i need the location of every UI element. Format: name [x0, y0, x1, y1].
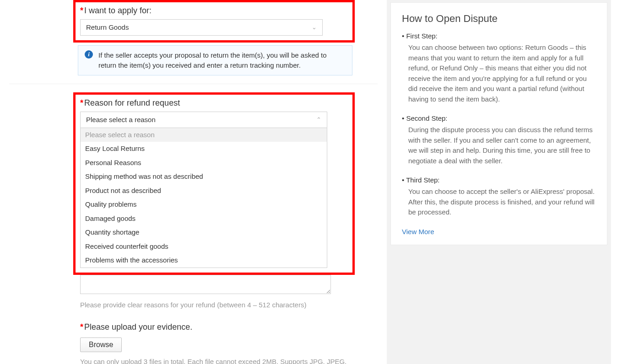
reason-option[interactable]: Easy Local Returns: [81, 142, 327, 156]
step-2-label: Second Step:: [402, 114, 596, 122]
reason-option[interactable]: Damaged goods: [81, 212, 327, 226]
step-3-label: Third Step:: [402, 176, 596, 184]
side-column: How to Open Dispute First Step: You can …: [387, 0, 611, 364]
reason-option[interactable]: Quality problems: [81, 198, 327, 212]
reason-textarea[interactable]: [80, 275, 331, 294]
return-goods-info-note: i If the seller accepts your proposal to…: [78, 45, 352, 75]
evidence-label: *Please upload your evidence.: [80, 322, 350, 332]
main-form-column: *I want to apply for: Return Goods ⌄ i I…: [0, 0, 387, 364]
reason-option[interactable]: Quantity shortage: [81, 225, 327, 240]
step-1-text: You can choose between two options: Retu…: [408, 43, 596, 104]
apply-for-selected-value: Return Goods: [86, 20, 129, 35]
reason-option[interactable]: Received counterfeit goods: [81, 240, 327, 254]
side-card-title: How to Open Dispute: [402, 13, 596, 25]
browse-button[interactable]: Browse: [80, 337, 122, 352]
reason-option-placeholder[interactable]: Please select a reason: [81, 128, 327, 142]
step-1-label: First Step:: [402, 32, 596, 40]
required-asterisk: *: [80, 6, 83, 15]
step-3-text: You can choose to accept the seller's or…: [408, 187, 596, 218]
required-asterisk: *: [80, 98, 83, 107]
return-goods-info-text: If the seller accepts your proposal to r…: [98, 50, 346, 70]
chevron-up-icon: ⌃: [316, 112, 321, 128]
reason-section-highlight: *Reason for refund request Please select…: [73, 92, 355, 275]
section-divider: [9, 84, 378, 84]
reason-option[interactable]: Shipping method was not as described: [81, 170, 327, 184]
step-2-text: During the dispute process you can discu…: [408, 125, 596, 166]
reason-dropdown-list: Please select a reason Easy Local Return…: [80, 128, 327, 268]
reason-option[interactable]: Product not as described: [81, 184, 327, 198]
how-to-open-dispute-card: How to Open Dispute First Step: You can …: [390, 2, 607, 245]
view-more-link[interactable]: View More: [402, 228, 434, 236]
apply-for-select[interactable]: Return Goods ⌄: [80, 19, 323, 36]
reason-select[interactable]: Please select a reason ⌃: [80, 112, 327, 128]
reason-help-text: Please provide clear reasons for your re…: [80, 300, 350, 310]
reason-option[interactable]: Problems with the accessories: [81, 253, 327, 268]
apply-for-label: *I want to apply for:: [80, 6, 348, 16]
required-asterisk: *: [80, 322, 83, 332]
chevron-down-icon: ⌄: [312, 20, 317, 35]
reason-selected-value: Please select a reason: [86, 112, 156, 128]
reason-option[interactable]: Personal Reasons: [81, 156, 327, 170]
info-icon: i: [85, 50, 93, 59]
apply-for-section-highlight: *I want to apply for: Return Goods ⌄: [73, 0, 355, 43]
browse-help-text: You can only upload 3 files in total. Ea…: [80, 357, 350, 364]
reason-label: *Reason for refund request: [80, 98, 348, 108]
